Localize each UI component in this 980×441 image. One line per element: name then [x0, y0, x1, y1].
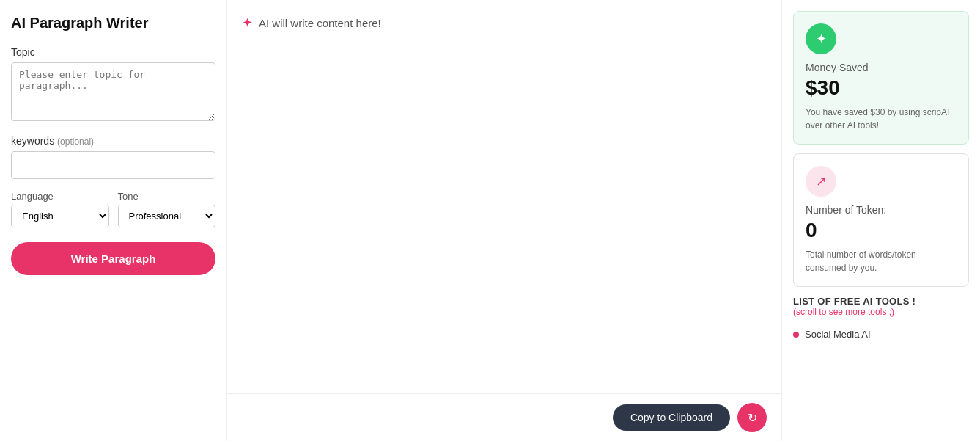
ai-content-area: ✦ AI will write content here!: [227, 0, 781, 394]
middle-panel: ✦ AI will write content here! Copy to Cl…: [227, 0, 782, 441]
refresh-button[interactable]: ↻: [737, 403, 767, 432]
right-panel: ✦ Money Saved $30 You have saved $30 by …: [782, 0, 980, 441]
token-title: Number of Token:: [806, 204, 957, 216]
free-tools-scroll-hint: (scroll to see more tools ;): [793, 307, 969, 317]
tone-field: Tone Professional Casual Friendly Formal: [118, 191, 216, 227]
keywords-field: keywords (optional): [11, 135, 215, 179]
keywords-label: keywords (optional): [11, 135, 215, 147]
token-desc: Total number of words/token consumed by …: [806, 248, 957, 274]
topic-input[interactable]: [11, 62, 215, 121]
left-panel: AI Paragraph Writer Topic keywords (opti…: [0, 0, 227, 441]
topic-label: Topic: [11, 46, 215, 58]
topic-field: Topic: [11, 46, 215, 123]
tone-label: Tone: [118, 191, 216, 202]
free-tools-section: LIST OF FREE AI TOOLS ! (scroll to see m…: [793, 296, 969, 317]
money-saved-value: $30: [806, 76, 957, 100]
token-card: ↗ Number of Token: 0 Total number of wor…: [793, 153, 969, 287]
tool-label: Social Media AI: [805, 329, 871, 340]
token-icon: ↗: [806, 166, 836, 197]
language-label: Language: [11, 191, 109, 202]
money-saved-icon: ✦: [806, 23, 836, 54]
free-tools-title: LIST OF FREE AI TOOLS !: [793, 296, 969, 307]
selects-row: Language English Spanish French German T…: [11, 191, 215, 227]
app-title: AI Paragraph Writer: [11, 15, 215, 32]
tone-select[interactable]: Professional Casual Friendly Formal: [118, 205, 216, 227]
ai-placeholder: ✦ AI will write content here!: [242, 15, 767, 31]
tool-item-social-media[interactable]: Social Media AI: [793, 326, 969, 343]
money-saved-card: ✦ Money Saved $30 You have saved $30 by …: [793, 11, 969, 145]
language-field: Language English Spanish French German: [11, 191, 109, 227]
ai-placeholder-text: AI will write content here!: [259, 17, 381, 29]
keywords-input[interactable]: [11, 151, 215, 179]
copy-clipboard-button[interactable]: Copy to Clipboard: [613, 404, 730, 431]
token-value: 0: [806, 219, 957, 242]
sparkle-icon: ✦: [242, 15, 253, 31]
refresh-icon: ↻: [748, 411, 757, 425]
keywords-optional-label: (optional): [57, 136, 94, 147]
money-saved-desc: You have saved $30 by using scripAI over…: [806, 106, 957, 132]
money-saved-title: Money Saved: [806, 62, 957, 73]
language-select[interactable]: English Spanish French German: [11, 205, 109, 227]
write-paragraph-button[interactable]: Write Paragraph: [11, 242, 215, 275]
tool-dot-icon: [793, 332, 799, 338]
bottom-bar: Copy to Clipboard ↻: [227, 394, 781, 441]
